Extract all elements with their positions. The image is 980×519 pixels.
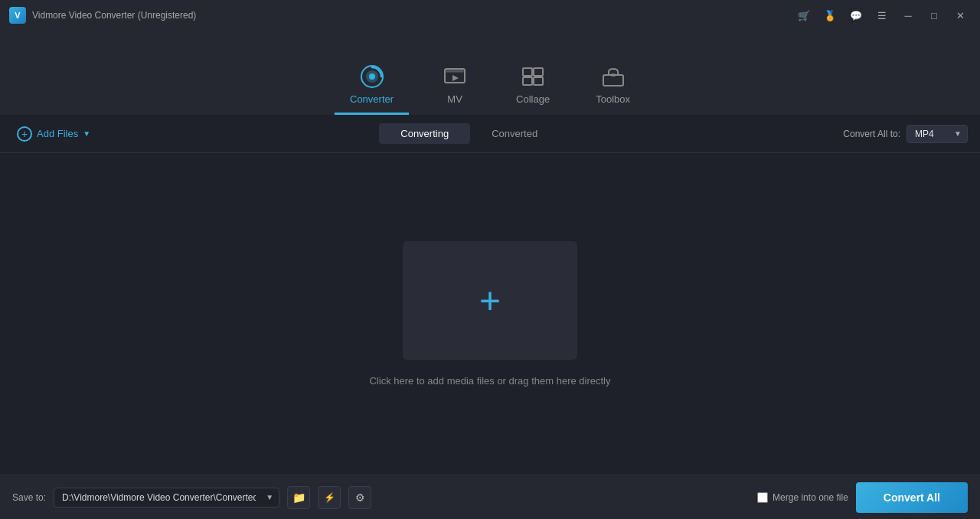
sub-toolbar: + Add Files ▼ Converting Converted Conve… <box>0 115 980 153</box>
close-button[interactable]: ✕ <box>949 5 971 26</box>
add-files-dropdown-icon: ▼ <box>83 129 90 138</box>
convert-all-label: Convert All to: <box>843 129 900 139</box>
merge-wrapper: Merge into one file <box>757 492 848 503</box>
tab-converting[interactable]: Converting <box>379 123 470 144</box>
drop-hint-text: Click here to add media files or drag th… <box>369 375 610 387</box>
toolbox-label: Toolbox <box>596 93 630 105</box>
svg-rect-7 <box>523 77 532 85</box>
main-content: + Click here to add media files or drag … <box>0 153 980 475</box>
minimize-button[interactable]: ─ <box>897 5 919 26</box>
svg-point-2 <box>369 73 375 80</box>
nav-item-mv[interactable]: MV <box>424 58 485 115</box>
svg-rect-4 <box>446 70 463 72</box>
add-files-circle-icon: + <box>17 126 32 142</box>
settings-button[interactable]: ⚙ <box>348 486 371 509</box>
converter-icon <box>360 64 384 89</box>
mv-label: MV <box>447 93 462 105</box>
drop-zone-plus-icon: + <box>479 282 501 319</box>
svg-rect-6 <box>534 68 543 76</box>
tab-group: Converting Converted <box>104 123 834 144</box>
convert-all-format: Convert All to: MP4 MKV AVI MOV WMV FLV … <box>843 125 968 143</box>
menu-button[interactable]: ☰ <box>871 5 893 26</box>
collage-icon <box>521 64 545 89</box>
title-bar-buttons: 🛒 🏅 💬 ☰ ─ □ ✕ <box>793 5 971 26</box>
feedback-button[interactable]: 💬 <box>845 5 867 26</box>
lightning-button[interactable]: ⚡ <box>318 486 341 509</box>
merge-label: Merge into one file <box>773 492 848 503</box>
cart-button[interactable]: 🛒 <box>793 5 815 26</box>
app-title: Vidmore Video Converter (Unregistered) <box>32 10 196 21</box>
award-button[interactable]: 🏅 <box>819 5 841 26</box>
format-select-wrapper: MP4 MKV AVI MOV WMV FLV GIF MP3 AAC FLAC… <box>906 125 968 143</box>
convert-all-button[interactable]: Convert All <box>856 482 968 513</box>
toolbox-icon <box>601 64 626 89</box>
app-logo: V <box>9 7 26 24</box>
svg-rect-5 <box>523 68 532 76</box>
svg-rect-9 <box>603 75 623 86</box>
format-select[interactable]: MP4 MKV AVI MOV WMV FLV GIF MP3 AAC FLAC <box>906 125 968 143</box>
top-nav: Converter MV Collage <box>0 31 980 115</box>
open-folder-button[interactable]: 📁 <box>287 486 310 509</box>
drop-zone[interactable]: + <box>403 241 577 360</box>
svg-rect-8 <box>534 77 543 85</box>
restore-button[interactable]: □ <box>923 5 945 26</box>
merge-checkbox[interactable] <box>757 492 768 503</box>
title-bar: V Vidmore Video Converter (Unregistered)… <box>0 0 980 31</box>
converter-label: Converter <box>350 93 394 105</box>
save-path-wrapper: ▼ <box>54 488 279 508</box>
nav-item-converter[interactable]: Converter <box>335 58 409 115</box>
nav-item-toolbox[interactable]: Toolbox <box>580 58 645 115</box>
title-bar-left: V Vidmore Video Converter (Unregistered) <box>9 7 196 24</box>
add-files-label: Add Files <box>37 128 78 139</box>
save-to-label: Save to: <box>12 492 46 503</box>
svg-rect-10 <box>611 73 616 77</box>
save-path-input[interactable] <box>54 488 279 508</box>
nav-item-collage[interactable]: Collage <box>501 58 565 115</box>
mv-icon <box>443 64 467 89</box>
add-files-button[interactable]: + Add Files ▼ <box>12 123 95 145</box>
bottom-bar: Save to: ▼ 📁 ⚡ ⚙ Merge into one file Con… <box>0 475 980 519</box>
tab-converted[interactable]: Converted <box>470 123 559 144</box>
collage-label: Collage <box>516 93 550 105</box>
